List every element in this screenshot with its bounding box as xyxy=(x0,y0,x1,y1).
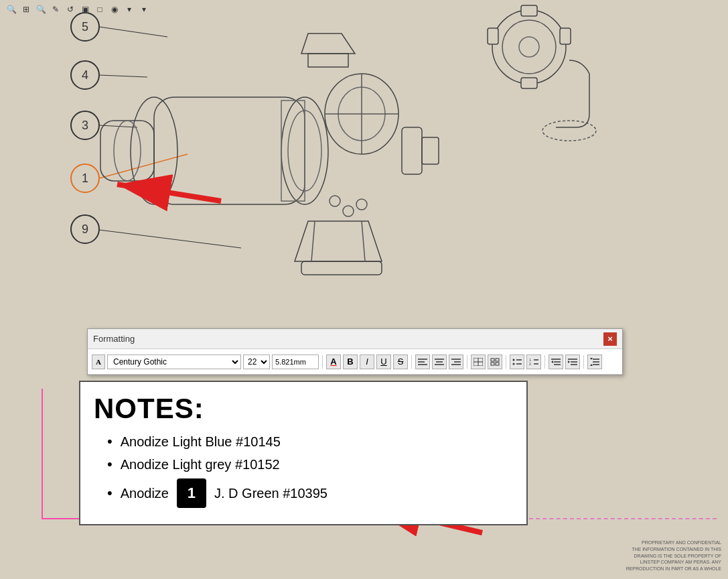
balloon-5: 5 xyxy=(70,12,100,42)
dialog-toolbar: A Century Gothic 22 5.821mm A B I U S xyxy=(88,349,622,375)
note-item-3-post: J. D Green #10395 xyxy=(214,486,327,501)
svg-marker-73 xyxy=(590,358,593,360)
svg-rect-50 xyxy=(491,359,494,361)
note-item-2: Anodize Light grey #10152 xyxy=(121,457,280,472)
svg-point-54 xyxy=(513,359,515,361)
align-right-button[interactable] xyxy=(449,355,463,369)
list-item: Anodize Light Blue #10145 xyxy=(107,433,513,450)
arrow-down-icon[interactable]: ▾ xyxy=(123,3,135,15)
toolbar-strip: 🔍 ⊞ 🔍 ✎ ↺ ▣ □ ◉ ▾ ▾ xyxy=(0,0,728,19)
notes-title: NOTES: xyxy=(94,393,513,425)
dialog-title: Formatting xyxy=(93,334,135,344)
svg-rect-53 xyxy=(496,363,499,365)
indent-button[interactable] xyxy=(565,355,580,369)
svg-rect-51 xyxy=(496,359,499,361)
align-left-button[interactable] xyxy=(415,355,430,369)
separator-3 xyxy=(467,355,467,369)
notice-line-5: REPRODUCTION IN PART OR AS A WHOLE xyxy=(621,566,721,572)
pink-border-horizontal xyxy=(42,518,80,519)
circle-icon[interactable]: ◉ xyxy=(108,3,121,15)
size-mm-display: 5.821mm xyxy=(272,355,319,369)
pink-border-vertical xyxy=(42,389,43,519)
zoom-icon[interactable]: 🔍 xyxy=(35,3,47,15)
separator-2 xyxy=(411,355,412,369)
underline-button[interactable]: U xyxy=(376,355,391,369)
rect-icon[interactable]: □ xyxy=(94,3,106,15)
balloon-3: 3 xyxy=(70,111,100,140)
notice-line-2: THE INFORMATION CONTAINED IN THIS xyxy=(621,546,721,553)
separator-4 xyxy=(506,355,506,369)
undo-icon[interactable]: ↺ xyxy=(64,3,76,15)
strikethrough-button[interactable]: S xyxy=(393,355,408,369)
outdent-button[interactable] xyxy=(549,355,563,369)
edit-icon[interactable]: ✎ xyxy=(50,3,62,15)
font-size-select[interactable]: 22 xyxy=(243,355,270,369)
camera-icon[interactable]: ⊞ xyxy=(20,3,32,15)
dialog-close-button[interactable]: × xyxy=(603,332,617,346)
note-item-1: Anodize Light Blue #10145 xyxy=(121,434,281,450)
dialog-titlebar: Formatting × xyxy=(88,329,622,349)
list-item: Anodize 1 J. D Green #10395 xyxy=(107,478,513,508)
arrow-down2-icon[interactable]: ▾ xyxy=(138,3,150,15)
drawing-area xyxy=(0,0,728,315)
font-sample-button[interactable]: A xyxy=(92,355,105,369)
balloon-4: 4 xyxy=(70,60,100,90)
italic-button[interactable]: I xyxy=(360,355,374,369)
note-item-3-pre: Anodize xyxy=(121,486,169,501)
svg-marker-65 xyxy=(551,361,553,363)
grid-button[interactable] xyxy=(488,355,502,369)
line-spacing-button[interactable] xyxy=(587,355,602,369)
notice-line-3: DRAWING IS THE SOLE PROPERTY OF xyxy=(621,553,721,560)
separator-6 xyxy=(583,355,584,369)
notes-list: Anodize Light Blue #10145 Anodize Light … xyxy=(94,433,513,508)
search-icon[interactable]: 🔍 xyxy=(5,3,17,15)
bullet-list-button[interactable] xyxy=(510,355,524,369)
table-button[interactable] xyxy=(471,355,486,369)
svg-text:2.: 2. xyxy=(529,362,532,366)
font-sample-label: A xyxy=(96,358,101,366)
bottom-right-notice: PROPRIETARY AND CONFIDENTIAL THE INFORMA… xyxy=(621,539,721,572)
numbered-list-button[interactable]: 1.2. xyxy=(526,355,541,369)
notice-line-4: LINSTEP COMPANY AM PERAS. ANY xyxy=(621,559,721,566)
notes-container: NOTES: Anodize Light Blue #10145 Anodize… xyxy=(79,381,528,525)
svg-point-55 xyxy=(513,363,515,365)
balloon-1: 1 xyxy=(70,164,100,193)
item-badge-1: 1 xyxy=(177,478,206,508)
bold-button[interactable]: B xyxy=(343,355,358,369)
formatting-dialog: Formatting × A Century Gothic 22 5.821mm… xyxy=(87,328,623,375)
svg-marker-74 xyxy=(590,364,593,366)
dashed-line-right xyxy=(529,518,717,519)
notice-line-1: PROPRIETARY AND CONFIDENTIAL xyxy=(621,539,721,546)
font-name-select[interactable]: Century Gothic xyxy=(107,355,241,369)
font-color-button[interactable]: A xyxy=(326,355,341,369)
separator-5 xyxy=(544,355,545,369)
separator-1 xyxy=(322,355,323,369)
balloon-9: 9 xyxy=(70,214,100,244)
align-center-button[interactable] xyxy=(432,355,447,369)
svg-marker-69 xyxy=(568,361,570,363)
svg-rect-52 xyxy=(491,363,494,365)
list-item: Anodize Light grey #10152 xyxy=(107,456,513,473)
